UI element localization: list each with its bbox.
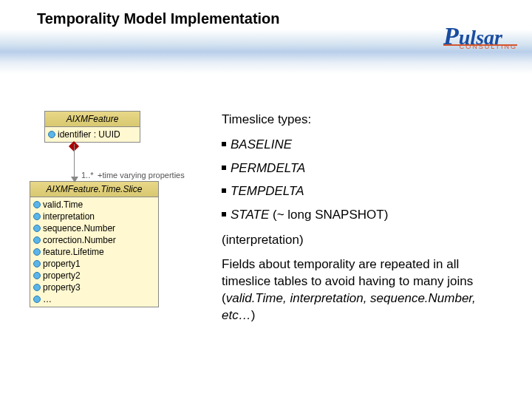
bullet-icon xyxy=(222,142,226,146)
attribute-icon xyxy=(33,213,41,220)
interpretation-note: (interpretation) xyxy=(222,231,510,249)
types-heading: Timeslice types: xyxy=(222,111,510,129)
bullet-item: TEMPDELTA xyxy=(222,183,510,200)
uml-attr-text: valid.Time xyxy=(43,200,83,210)
uml-connector: 1..* +time varying properties xyxy=(74,144,192,181)
uml-class-timeslice: AIXMFeature.Time.Slice valid.Timeinterpr… xyxy=(30,181,159,307)
bullet-icon xyxy=(222,188,226,193)
role-label: +time varying properties xyxy=(98,171,185,180)
uml-attr-row: identifier : UUID xyxy=(48,129,137,140)
uml-attr-row: valid.Time xyxy=(33,199,155,211)
uml-attr-row: feature.Lifetime xyxy=(33,246,155,258)
attribute-icon xyxy=(33,236,41,244)
state-suffix: (~ long SNAPSHOT) xyxy=(269,208,388,222)
uml-attr-text: property2 xyxy=(43,270,81,281)
attribute-icon xyxy=(48,131,55,138)
bullet-icon xyxy=(222,166,226,170)
uml-attr-text: interpretation xyxy=(43,211,95,222)
description-paragraph: Fields about temporality are repeated in… xyxy=(222,256,510,324)
attribute-icon xyxy=(33,225,41,232)
uml-attr-text: identifier : UUID xyxy=(58,129,120,140)
uml-attr-text: … xyxy=(43,294,52,304)
uml-attr-text: property3 xyxy=(43,282,81,293)
multiplicity-label: 1..* xyxy=(81,171,94,180)
uml-attr-row: property3 xyxy=(33,282,155,293)
bullet-state: STATE (~ long SNAPSHOT) xyxy=(222,206,510,224)
attribute-icon xyxy=(33,248,41,256)
bullet-text: PERMDELTA xyxy=(231,160,305,177)
uml-attr-row: property1 xyxy=(33,258,155,270)
bullet-item: PERMDELTA xyxy=(222,160,510,177)
uml-attr-row: property2 xyxy=(33,270,155,282)
uml-attr-row: sequence.Number xyxy=(33,222,155,234)
bullet-text: STATE xyxy=(231,208,269,222)
attribute-icon xyxy=(33,296,41,303)
arrow-icon xyxy=(71,177,78,183)
uml-attr-row: … xyxy=(33,293,155,305)
bullet-text: BASELINE xyxy=(231,136,292,154)
bullet-text: TEMPDELTA xyxy=(231,183,304,200)
para-italics: valid.Time, interpretation, sequence.Num… xyxy=(222,291,476,322)
bullet-item: BASELINE xyxy=(222,136,510,154)
slide-title: Temporality Model Implementation xyxy=(37,10,280,27)
uml-attr-text: sequence.Number xyxy=(43,223,115,233)
uml-attr-text: correction.Number xyxy=(43,235,116,245)
attribute-icon xyxy=(33,201,41,208)
uml-attr-text: feature.Lifetime xyxy=(43,247,104,257)
uml-diagram: AIXMFeature identifier : UUID 1..* +time… xyxy=(30,111,192,309)
uml-attr-text: property1 xyxy=(43,259,81,269)
attribute-icon xyxy=(33,284,41,291)
logo: Pulsar CONSULTING xyxy=(443,22,517,50)
attribute-icon xyxy=(33,260,41,267)
bullet-icon xyxy=(222,212,226,216)
logo-letter: P xyxy=(443,22,459,50)
uml-attr-row: interpretation xyxy=(33,211,155,222)
uml-class-feature: AIXMFeature identifier : UUID xyxy=(44,111,140,143)
uml-class-name: AIXMFeature xyxy=(45,112,140,127)
attribute-icon xyxy=(33,272,41,279)
uml-class-name: AIXMFeature.Time.Slice xyxy=(30,182,158,197)
uml-attr-row: correction.Number xyxy=(33,234,155,246)
content-area: Timeslice types: BASELINEPERMDELTATEMPDE… xyxy=(222,111,510,324)
para-part2: ) xyxy=(251,308,256,322)
